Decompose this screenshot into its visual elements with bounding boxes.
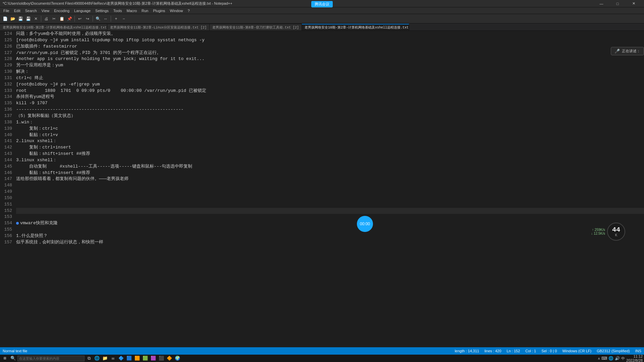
tab-1[interactable]: 老男孩网络安全11期-第2章-Linux分区安装远程连接.txt [2] (107, 24, 210, 31)
folder-button[interactable]: 📁 (101, 355, 109, 362)
line-num-133: 133 (0, 88, 12, 94)
menu-item-plugins[interactable]: Plugins (151, 7, 167, 14)
zoom-out-button[interactable]: − (120, 15, 127, 22)
statusbar-ln: Ln : 152 (507, 349, 520, 353)
menu-item-?[interactable]: ? (185, 7, 192, 14)
tab-2[interactable]: 老男孩网络安全11期-第8章-窃刀打磨软工具箱.txt [2] (210, 24, 302, 31)
line-num-142: 142 (0, 144, 12, 151)
save-button[interactable]: 💾 (17, 15, 24, 22)
line-num-156: 156 (0, 233, 12, 239)
menu-item-edit[interactable]: Edit (12, 7, 22, 14)
toolbar-sep-1 (41, 16, 41, 22)
zoom-in-button[interactable]: + (112, 15, 120, 22)
menu-item-tools[interactable]: Tools (111, 7, 124, 14)
paste-button[interactable]: 📌 (66, 15, 73, 22)
line-num-150: 150 (0, 195, 12, 201)
mic-icon: 🎤 (614, 49, 620, 54)
menu-item-view[interactable]: View (40, 7, 52, 14)
speed-unit: K (615, 233, 618, 237)
line-num-157: 157 (0, 239, 12, 246)
app5-button[interactable]: 🟪 (150, 355, 157, 362)
menu-item-search[interactable]: Search (23, 7, 39, 14)
line-145: 自动复制 #xshell----工具-----选项-----键盘和鼠标---勾选… (16, 164, 644, 170)
redo-button[interactable]: ↪ (84, 15, 91, 22)
app4-button[interactable]: 🟩 (142, 355, 149, 362)
line-142: 复制：ctrl+insert (16, 144, 644, 151)
menu-item-run[interactable]: Run (140, 7, 150, 14)
find-button[interactable]: 🔍 (94, 15, 102, 22)
line-150 (16, 195, 644, 201)
line-num-132: 132 (0, 81, 12, 88)
search-icon[interactable]: 🔍 (9, 355, 17, 362)
new-button[interactable]: 📄 (1, 15, 9, 22)
line-138: 1.win： (16, 119, 644, 126)
volume-icon: 🔊 (615, 356, 620, 361)
menu-item-encoding[interactable]: Encoding (52, 7, 71, 14)
browser-button[interactable]: 🌍 (174, 355, 181, 362)
line-135: kill -9 1707 (16, 100, 644, 107)
line-141: 2.linux xshell： (16, 138, 644, 144)
line-124: 问题：多个yum命令不能同时使用，必须顺序安装。 (16, 31, 644, 37)
undo-button[interactable]: ↩ (76, 15, 84, 22)
saveall-button[interactable]: 💾 (24, 15, 32, 22)
maximize-button[interactable]: □ (610, 0, 625, 7)
statusbar-ins: INS (635, 349, 641, 353)
line-131: ctrl+c 终止 (16, 75, 644, 81)
taskbar-chevron[interactable]: ∧ (598, 357, 600, 360)
titlebar: *C:\Users\oldboy\Documents\Tencent Files… (0, 0, 644, 7)
line-154: vmware快照和克隆 (16, 220, 644, 227)
line-129: 另一个应用程序是：yum (16, 62, 644, 69)
line-128: Another app is currently holding the yum… (16, 56, 644, 62)
statusbar-right: length : 14,311 lines : 420 Ln : 152 Col… (455, 349, 641, 353)
app2-button[interactable]: 🟦 (125, 355, 133, 362)
line-num-148: 148 (0, 182, 12, 189)
editor-content[interactable]: 问题：多个yum命令不能同时使用，必须顺序安装。[root@oldboy ~]#… (14, 31, 644, 355)
open-button[interactable]: 📂 (9, 15, 16, 22)
line-num-143: 143 (0, 151, 12, 157)
menu-item-settings[interactable]: Settings (93, 7, 111, 14)
menu-item-macro[interactable]: Macro (124, 7, 139, 14)
line-num-129: 129 (0, 62, 12, 69)
app3-button[interactable]: 🟧 (133, 355, 141, 362)
print-button[interactable]: 🖨 (43, 15, 50, 22)
timer-circle: 00:00 (357, 216, 373, 232)
taskview-button[interactable]: ⧉ (85, 355, 93, 362)
close-button[interactable]: ✕ (626, 0, 641, 7)
tab-0[interactable]: 老男孩网络安全10期-第2章-计算机网络基础及xshell远程连接.txt [2… (0, 24, 107, 31)
line-num-125: 125 (0, 37, 12, 44)
line-137: （5）复制和黏贴（英文状态） (16, 113, 644, 119)
toolbar-sep-3 (93, 16, 93, 22)
menu-item-window[interactable]: Window (168, 7, 185, 14)
line-130: 解决： (16, 69, 644, 75)
line-num-155: 155 (0, 227, 12, 233)
line-140: 黏贴：ctrl+v (16, 132, 644, 138)
menu-item-file[interactable]: File (1, 7, 11, 14)
toolbar: 📄 📂 💾 💾 ✕ 🖨 ✂ 📋 📌 ↩ ↪ 🔍 ↔ + − (0, 14, 644, 23)
line-num-130: 130 (0, 69, 12, 75)
speaking-label: 正在讲述： (622, 49, 640, 54)
mail-button[interactable]: ✉ (109, 355, 117, 362)
menubar: FileEditSearchViewEncodingLanguageSettin… (0, 7, 644, 14)
line-num-151: 151 (0, 201, 12, 208)
toolbar-sep-2 (74, 16, 75, 22)
line-126: 已加载插件: fastestmirror (16, 44, 644, 50)
replace-button[interactable]: ↔ (102, 15, 109, 22)
line-143: 黏贴：shift+insert ##推荐 (16, 151, 644, 157)
terminal-button[interactable]: ⬛ (158, 355, 165, 362)
app6-button[interactable]: 🔶 (166, 355, 173, 362)
start-button[interactable]: ⊞ (1, 355, 9, 362)
menu-item-language[interactable]: Language (72, 7, 93, 14)
copy-button[interactable]: 📋 (58, 15, 65, 22)
minimize-button[interactable]: — (594, 0, 609, 7)
line-134: 杀掉所有yum进程号 (16, 94, 644, 100)
line-157: 似乎系统挂，会时刻的运行状态，和快照一样 (16, 239, 644, 246)
tab-3[interactable]: 老男孩网络安全10期-第2章-计算机网络基础及xshell远程连接.txt (302, 24, 409, 31)
cut-button[interactable]: ✂ (50, 15, 58, 22)
line-num-134: 134 (0, 94, 12, 100)
edge-button[interactable]: 🌐 (93, 355, 101, 362)
timer-value: 00:00 (360, 222, 370, 226)
speed-value: 44 (612, 227, 620, 233)
app1-button[interactable]: 🔷 (117, 355, 125, 362)
close-file-button[interactable]: ✕ (32, 15, 40, 22)
taskbar-search-input[interactable] (17, 356, 85, 361)
